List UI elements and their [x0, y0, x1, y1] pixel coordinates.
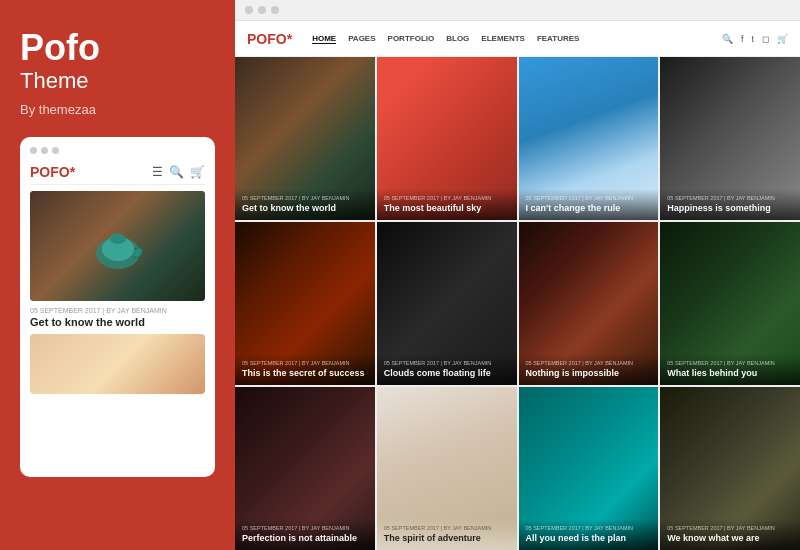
- titlebar-dot-3: [271, 6, 279, 14]
- left-panel: Pofo Theme By themezaa POFO* ☰ 🔍 🛒: [0, 0, 235, 550]
- desktop-menu: HOME PAGES PORTFOLIO BLOG ELEMENTS FEATU…: [312, 34, 722, 44]
- svg-point-2: [110, 234, 126, 244]
- cell-meta-7: 05 SEPTEMBER 2017 | BY JAY BENJAMIN: [526, 360, 652, 366]
- teapot-illustration: [88, 221, 148, 271]
- menu-home[interactable]: HOME: [312, 34, 336, 44]
- desktop-logo: POFO*: [247, 31, 292, 47]
- cell-overlay-9: 05 SEPTEMBER 2017 | BY JAY BENJAMIN Perf…: [235, 519, 375, 550]
- cell-meta-10: 05 SEPTEMBER 2017 | BY JAY BENJAMIN: [384, 525, 510, 531]
- grid-cell-1[interactable]: 05 SEPTEMBER 2017 | BY JAY BENJAMIN Get …: [235, 57, 375, 220]
- cell-overlay-6: 05 SEPTEMBER 2017 | BY JAY BENJAMIN Clou…: [377, 354, 517, 385]
- mobile-card-title: Get to know the world: [30, 316, 205, 328]
- desktop-facebook-icon[interactable]: f: [741, 34, 744, 44]
- cell-meta-11: 05 SEPTEMBER 2017 | BY JAY BENJAMIN: [526, 525, 652, 531]
- cell-title-4: Happiness is something: [667, 203, 793, 214]
- mobile-second-image: [30, 334, 205, 394]
- cell-meta-2: 05 SEPTEMBER 2017 | BY JAY BENJAMIN: [384, 195, 510, 201]
- cell-title-1: Get to know the world: [242, 203, 368, 214]
- cell-title-6: Clouds come floating life: [384, 368, 510, 379]
- desktop-instagram-icon[interactable]: ◻: [762, 34, 769, 44]
- desktop-logo-star: *: [287, 31, 292, 47]
- cell-meta-4: 05 SEPTEMBER 2017 | BY JAY BENJAMIN: [667, 195, 793, 201]
- desktop-logo-text: POFO: [247, 31, 287, 47]
- desktop-titlebar: [235, 0, 800, 21]
- cell-title-2: The most beautiful sky: [384, 203, 510, 214]
- cell-overlay-5: 05 SEPTEMBER 2017 | BY JAY BENJAMIN This…: [235, 354, 375, 385]
- menu-elements[interactable]: ELEMENTS: [481, 34, 525, 43]
- cell-title-5: This is the secret of success: [242, 368, 368, 379]
- cell-overlay-8: 05 SEPTEMBER 2017 | BY JAY BENJAMIN What…: [660, 354, 800, 385]
- cell-title-3: I can't change the rule: [526, 203, 652, 214]
- grid-cell-2[interactable]: 05 SEPTEMBER 2017 | BY JAY BENJAMIN The …: [377, 57, 517, 220]
- brand-by: By themezaa: [20, 102, 215, 117]
- desktop-cart-icon[interactable]: 🛒: [777, 34, 788, 44]
- mobile-header: POFO* ☰ 🔍 🛒: [30, 160, 205, 185]
- desktop-search-icon[interactable]: 🔍: [722, 34, 733, 44]
- cell-overlay-2: 05 SEPTEMBER 2017 | BY JAY BENJAMIN The …: [377, 189, 517, 220]
- brand-theme: Theme: [20, 68, 215, 94]
- cell-overlay-7: 05 SEPTEMBER 2017 | BY JAY BENJAMIN Noth…: [519, 354, 659, 385]
- mobile-titlebar-dots: [30, 147, 205, 154]
- cell-overlay-12: 05 SEPTEMBER 2017 | BY JAY BENJAMIN We k…: [660, 519, 800, 550]
- cell-title-10: The spirit of adventure: [384, 533, 510, 544]
- cell-title-12: We know what we are: [667, 533, 793, 544]
- mobile-logo-text: POFO: [30, 164, 70, 180]
- cell-meta-12: 05 SEPTEMBER 2017 | BY JAY BENJAMIN: [667, 525, 793, 531]
- grid-cell-5[interactable]: 05 SEPTEMBER 2017 | BY JAY BENJAMIN This…: [235, 222, 375, 385]
- grid-cell-12[interactable]: 05 SEPTEMBER 2017 | BY JAY BENJAMIN We k…: [660, 387, 800, 550]
- cell-overlay-1: 05 SEPTEMBER 2017 | BY JAY BENJAMIN Get …: [235, 189, 375, 220]
- cell-overlay-4: 05 SEPTEMBER 2017 | BY JAY BENJAMIN Happ…: [660, 189, 800, 220]
- teapot-background: [30, 191, 205, 301]
- menu-pages[interactable]: PAGES: [348, 34, 375, 43]
- cell-meta-5: 05 SEPTEMBER 2017 | BY JAY BENJAMIN: [242, 360, 368, 366]
- cell-meta-6: 05 SEPTEMBER 2017 | BY JAY BENJAMIN: [384, 360, 510, 366]
- mobile-featured-image: [30, 191, 205, 301]
- grid-cell-7[interactable]: 05 SEPTEMBER 2017 | BY JAY BENJAMIN Noth…: [519, 222, 659, 385]
- grid-cell-11[interactable]: 05 SEPTEMBER 2017 | BY JAY BENJAMIN All …: [519, 387, 659, 550]
- desktop-nav: POFO* HOME PAGES PORTFOLIO BLOG ELEMENTS…: [235, 21, 800, 57]
- mobile-nav-icons: ☰ 🔍 🛒: [152, 165, 205, 179]
- cell-title-9: Perfection is not attainable: [242, 533, 368, 544]
- menu-features[interactable]: FEATURES: [537, 34, 580, 43]
- menu-blog[interactable]: BLOG: [446, 34, 469, 43]
- cell-title-11: All you need is the plan: [526, 533, 652, 544]
- hamburger-icon[interactable]: ☰: [152, 165, 163, 179]
- grid-cell-8[interactable]: 05 SEPTEMBER 2017 | BY JAY BENJAMIN What…: [660, 222, 800, 385]
- grid-cell-3[interactable]: 05 SEPTEMBER 2017 | BY JAY BENJAMIN I ca…: [519, 57, 659, 220]
- desktop-menu-right: 🔍 f t ◻ 🛒: [722, 34, 788, 44]
- mobile-dot-2: [41, 147, 48, 154]
- grid-cell-6[interactable]: 05 SEPTEMBER 2017 | BY JAY BENJAMIN Clou…: [377, 222, 517, 385]
- mobile-card-meta: 05 SEPTEMBER 2017 | BY JAY BENJAMIN: [30, 307, 205, 314]
- grid-cell-9[interactable]: 05 SEPTEMBER 2017 | BY JAY BENJAMIN Perf…: [235, 387, 375, 550]
- cell-meta-9: 05 SEPTEMBER 2017 | BY JAY BENJAMIN: [242, 525, 368, 531]
- brand-name: Pofo: [20, 30, 215, 66]
- menu-portfolio[interactable]: PORTFOLIO: [388, 34, 435, 43]
- cell-overlay-11: 05 SEPTEMBER 2017 | BY JAY BENJAMIN All …: [519, 519, 659, 550]
- titlebar-dot-2: [258, 6, 266, 14]
- cell-title-8: What lies behind you: [667, 368, 793, 379]
- desktop-twitter-icon[interactable]: t: [751, 34, 754, 44]
- mobile-dot-3: [52, 147, 59, 154]
- blog-grid: 05 SEPTEMBER 2017 | BY JAY BENJAMIN Get …: [235, 57, 800, 550]
- mobile-mockup: POFO* ☰ 🔍 🛒 05 SEPTEMBER 2017 | BY JAY B…: [20, 137, 215, 477]
- mobile-logo: POFO*: [30, 164, 75, 180]
- mobile-logo-star: *: [70, 164, 75, 180]
- grid-cell-10[interactable]: 05 SEPTEMBER 2017 | BY JAY BENJAMIN The …: [377, 387, 517, 550]
- cell-meta-3: 05 SEPTEMBER 2017 | BY JAY BENJAMIN: [526, 195, 652, 201]
- cell-title-7: Nothing is impossible: [526, 368, 652, 379]
- right-panel: POFO* HOME PAGES PORTFOLIO BLOG ELEMENTS…: [235, 0, 800, 550]
- cell-overlay-10: 05 SEPTEMBER 2017 | BY JAY BENJAMIN The …: [377, 519, 517, 550]
- mobile-dot-1: [30, 147, 37, 154]
- cell-meta-1: 05 SEPTEMBER 2017 | BY JAY BENJAMIN: [242, 195, 368, 201]
- cell-meta-8: 05 SEPTEMBER 2017 | BY JAY BENJAMIN: [667, 360, 793, 366]
- cart-icon[interactable]: 🛒: [190, 165, 205, 179]
- cell-overlay-3: 05 SEPTEMBER 2017 | BY JAY BENJAMIN I ca…: [519, 189, 659, 220]
- grid-cell-4[interactable]: 05 SEPTEMBER 2017 | BY JAY BENJAMIN Happ…: [660, 57, 800, 220]
- titlebar-dot-1: [245, 6, 253, 14]
- search-icon[interactable]: 🔍: [169, 165, 184, 179]
